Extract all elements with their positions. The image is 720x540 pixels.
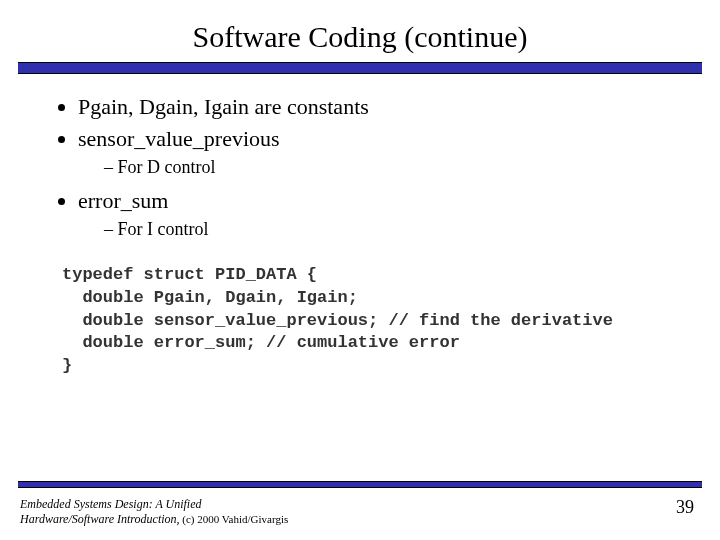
footer-text: Embedded Systems Design: A Unified Hardw… (20, 497, 288, 526)
content-area: Pgain, Dgain, Igain are constants sensor… (0, 74, 720, 378)
title-underline (18, 62, 702, 74)
bullet-item: sensor_value_previous For D control (78, 124, 680, 180)
code-line: double error_sum; // cumulative error (62, 333, 460, 352)
page-number: 39 (676, 497, 694, 518)
bullet-text: error_sum (78, 188, 168, 213)
code-line: double sensor_value_previous; // find th… (62, 311, 613, 330)
bullet-text: sensor_value_previous (78, 126, 280, 151)
sub-bullet-item: For D control (104, 155, 680, 179)
footer-line: Hardware/Software Introduction, (c) 2000… (20, 512, 288, 526)
footer-line: Embedded Systems Design: A Unified (20, 497, 288, 511)
sub-bullet-list: For D control (78, 155, 680, 179)
sub-bullet-list: For I control (78, 217, 680, 241)
code-line: } (62, 356, 72, 375)
slide-title: Software Coding (continue) (0, 0, 720, 62)
code-line: double Pgain, Dgain, Igain; (62, 288, 358, 307)
bullet-item: Pgain, Dgain, Igain are constants (78, 92, 680, 122)
code-snippet: typedef struct PID_DATA { double Pgain, … (62, 264, 680, 379)
footer-line-part: Hardware/Software Introduction, (20, 512, 180, 526)
code-line: typedef struct PID_DATA { (62, 265, 317, 284)
bullet-item: error_sum For I control (78, 186, 680, 242)
footer-rule (18, 481, 702, 488)
footer-copyright: (c) 2000 Vahid/Givargis (180, 513, 289, 525)
sub-bullet-item: For I control (104, 217, 680, 241)
bullet-list: Pgain, Dgain, Igain are constants sensor… (60, 92, 680, 242)
slide: Software Coding (continue) Pgain, Dgain,… (0, 0, 720, 540)
